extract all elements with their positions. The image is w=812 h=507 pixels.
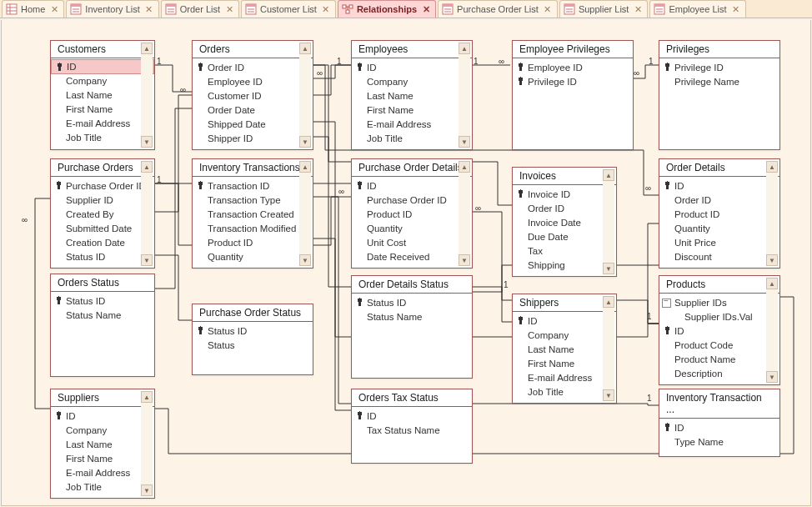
field-row[interactable]: Job Title xyxy=(51,479,154,494)
field-row[interactable]: Transaction Created xyxy=(193,207,313,221)
scroll-down-icon[interactable]: ▼ xyxy=(459,136,470,148)
field-row[interactable]: Order ID xyxy=(513,201,616,215)
scrollbar[interactable]: ▲▼ xyxy=(459,43,470,148)
table-shippers[interactable]: Shippers ID Company Last Name First Name… xyxy=(512,294,617,404)
scroll-down-icon[interactable]: ▼ xyxy=(766,254,778,266)
close-icon[interactable]: ✕ xyxy=(544,5,552,13)
field-row[interactable]: Product ID xyxy=(193,235,313,249)
field-row[interactable]: Status xyxy=(193,338,313,352)
field-row[interactable]: E-mail Address xyxy=(51,465,154,479)
field-row[interactable]: Tax Status Name xyxy=(352,423,472,437)
scrollbar[interactable]: ▲▼ xyxy=(141,43,153,148)
field-row[interactable]: Order ID xyxy=(659,193,779,207)
table-suppliers[interactable]: Suppliers ID Company Last Name First Nam… xyxy=(50,389,155,499)
field-row[interactable]: Status Name xyxy=(352,309,472,324)
field-row[interactable]: Privilege ID xyxy=(513,74,633,88)
scrollbar[interactable]: ▲▼ xyxy=(459,161,470,266)
field-row[interactable]: Privilege ID xyxy=(659,60,779,74)
field-row[interactable]: E-mail Address xyxy=(352,117,472,131)
scroll-up-icon[interactable]: ▲ xyxy=(459,161,470,173)
scroll-up-icon[interactable]: ▲ xyxy=(299,161,311,173)
table-purchase-order-status[interactable]: Purchase Order Status Status ID Status xyxy=(192,304,313,375)
table-orders-status[interactable]: Orders Status Status ID Status Name xyxy=(50,274,155,377)
field-row[interactable]: Order Date xyxy=(193,103,313,117)
scroll-down-icon[interactable]: ▼ xyxy=(603,263,614,274)
close-icon[interactable]: ✕ xyxy=(50,5,58,13)
table-inventory-transactions[interactable]: Inventory Transactions Transaction ID Tr… xyxy=(192,158,313,269)
scroll-up-icon[interactable]: ▲ xyxy=(141,161,153,173)
field-row[interactable]: Purchase Order ID xyxy=(51,178,154,193)
field-row[interactable]: ID xyxy=(352,409,472,423)
scrollbar[interactable]: ▲▼ xyxy=(766,161,778,266)
field-row[interactable]: Unit Cost xyxy=(352,235,472,249)
tab-supplier-list[interactable]: Supplier List ✕ xyxy=(559,0,649,18)
scroll-up-icon[interactable]: ▲ xyxy=(141,43,153,54)
table-employees[interactable]: Employees ID Company Last Name First Nam… xyxy=(351,40,473,150)
field-row[interactable]: First Name xyxy=(51,451,154,465)
field-row[interactable]: Job Title xyxy=(352,131,472,145)
field-row[interactable]: Supplier IDs.Val xyxy=(659,309,779,324)
table-employee-privileges[interactable]: Employee Privileges Employee ID Privileg… xyxy=(512,40,634,150)
tab-purchase-order-list[interactable]: Purchase Order List ✕ xyxy=(438,0,558,18)
scroll-up-icon[interactable]: ▲ xyxy=(766,278,778,289)
field-row[interactable]: Privilege Name xyxy=(659,74,779,88)
field-row[interactable]: E-mail Address xyxy=(51,116,154,130)
scrollbar[interactable]: ▲▼ xyxy=(299,161,311,266)
field-row[interactable]: Company xyxy=(51,423,154,437)
field-row[interactable]: Product Code xyxy=(659,338,779,352)
field-row[interactable]: Type Name xyxy=(659,434,779,449)
field-row[interactable]: Quantity xyxy=(352,221,472,235)
scroll-up-icon[interactable]: ▲ xyxy=(603,296,614,308)
close-icon[interactable]: ✕ xyxy=(145,5,153,13)
field-row[interactable]: ID xyxy=(352,60,472,74)
field-row[interactable]: ID xyxy=(659,420,779,434)
tab-order-list[interactable]: Order List ✕ xyxy=(161,0,239,18)
table-invoices[interactable]: Invoices Invoice ID Order ID Invoice Dat… xyxy=(512,167,617,277)
field-row[interactable]: Invoice ID xyxy=(513,187,616,201)
field-row[interactable]: Last Name xyxy=(513,342,616,356)
field-row[interactable]: Product Name xyxy=(659,352,779,366)
scroll-down-icon[interactable]: ▼ xyxy=(141,136,153,148)
field-row[interactable]: Transaction Type xyxy=(193,193,313,207)
field-row[interactable]: First Name xyxy=(51,102,154,116)
field-row[interactable]: Unit Price xyxy=(659,235,779,249)
field-row[interactable]: Status ID xyxy=(51,294,154,308)
scrollbar[interactable]: ▲▼ xyxy=(603,169,614,274)
scroll-down-icon[interactable]: ▼ xyxy=(299,254,311,266)
scrollbar[interactable]: ▲▼ xyxy=(141,391,153,496)
field-row[interactable]: Status ID xyxy=(352,295,472,309)
field-row[interactable]: Supplier ID xyxy=(51,193,154,207)
field-row[interactable]: Discount xyxy=(659,249,779,264)
scroll-up-icon[interactable]: ▲ xyxy=(141,391,153,403)
field-row[interactable]: Company xyxy=(352,74,472,88)
field-row[interactable]: Product ID xyxy=(659,207,779,221)
field-row[interactable]: Shipping xyxy=(513,258,616,272)
scrollbar[interactable]: ▲▼ xyxy=(299,43,311,148)
field-row[interactable]: Submitted Date xyxy=(51,221,154,235)
field-row[interactable]: Last Name xyxy=(51,437,154,451)
field-row[interactable]: Description xyxy=(659,366,779,380)
table-order-details-status[interactable]: Order Details Status Status ID Status Na… xyxy=(351,275,473,379)
table-purchase-order-details[interactable]: Purchase Order Details ID Purchase Order… xyxy=(351,158,473,269)
field-row[interactable]: Quantity xyxy=(659,221,779,235)
table-inventory-transaction-types[interactable]: Inventory Transaction ... ID Type Name xyxy=(659,389,780,457)
scroll-down-icon[interactable]: ▼ xyxy=(459,254,470,266)
field-row[interactable]: Customer ID xyxy=(193,88,313,103)
field-row[interactable]: Product ID xyxy=(352,207,472,221)
field-row[interactable]: Due Date xyxy=(513,229,616,243)
table-privileges[interactable]: Privileges Privilege ID Privilege Name xyxy=(659,40,780,150)
field-row[interactable]: Status Name xyxy=(51,308,154,322)
field-row[interactable]: Last Name xyxy=(51,88,154,102)
field-row[interactable]: Transaction ID xyxy=(193,178,313,193)
close-icon[interactable]: ✕ xyxy=(732,5,740,13)
field-row[interactable]: ID xyxy=(51,409,154,423)
scrollbar[interactable]: ▲▼ xyxy=(766,278,778,383)
field-row[interactable]: Shipper ID xyxy=(193,131,313,145)
field-row[interactable]: First Name xyxy=(352,103,472,117)
field-row[interactable]: Company xyxy=(513,328,616,342)
field-row[interactable]: Company xyxy=(51,73,154,88)
scroll-down-icon[interactable]: ▼ xyxy=(141,484,153,496)
close-icon[interactable]: ✕ xyxy=(422,5,430,13)
field-row[interactable]: E-mail Address xyxy=(513,370,616,384)
table-orders[interactable]: Orders Order ID Employee ID Customer ID … xyxy=(192,40,313,150)
